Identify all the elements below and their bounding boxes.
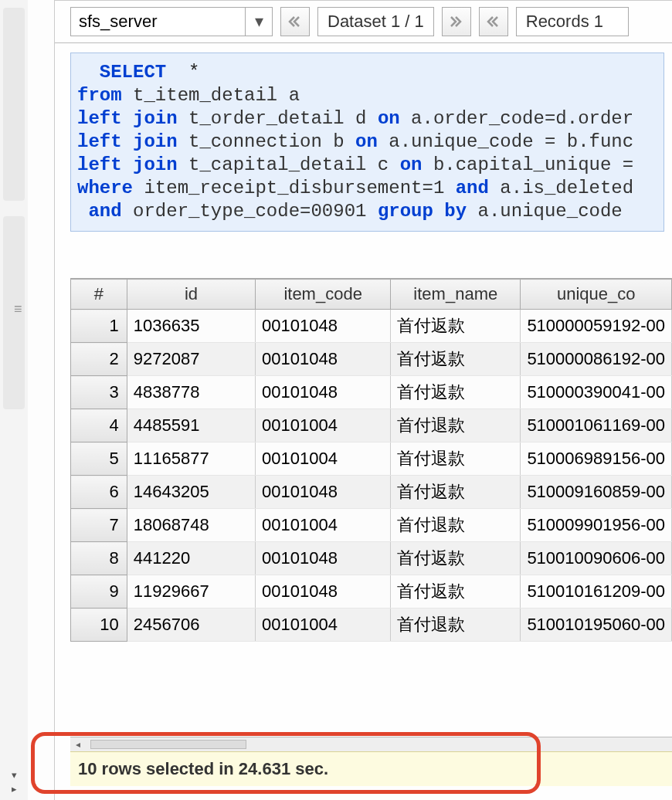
cell[interactable]: 510000390041-00 [521, 376, 672, 409]
cell[interactable]: 首付退款 [391, 509, 521, 542]
cell[interactable]: 00101048 [256, 542, 391, 575]
table-row[interactable]: 91192966700101048首付返款510010161209-00 [71, 575, 672, 608]
row-number: 8 [71, 542, 127, 575]
left-gutter: ≡ [0, 0, 29, 800]
table-row[interactable]: 1103663500101048首付返款510000059192-00 [71, 310, 672, 343]
cell[interactable]: 2456706 [127, 608, 255, 642]
column-header[interactable]: # [71, 280, 127, 310]
cell[interactable]: 4838778 [127, 376, 255, 409]
status-text: 10 rows selected in 24.631 sec. [78, 759, 328, 779]
column-header[interactable]: unique_co [521, 280, 672, 310]
row-number: 10 [71, 608, 127, 642]
cell[interactable]: 00101048 [256, 376, 391, 409]
cell[interactable]: 510001061169-00 [521, 409, 672, 442]
cell[interactable]: 18068748 [127, 509, 255, 542]
cell[interactable]: 510000059192-00 [521, 310, 672, 343]
cell[interactable]: 1036635 [127, 310, 255, 343]
cell[interactable]: 510010161209-00 [521, 575, 672, 608]
column-header[interactable]: item_code [256, 280, 391, 310]
records-first-button[interactable] [479, 7, 508, 36]
row-number: 5 [71, 442, 127, 476]
dataset-indicator: Dataset 1 / 1 [317, 7, 434, 36]
cell[interactable]: 00101004 [256, 409, 391, 442]
chevron-down-icon: ▾ [245, 8, 272, 36]
table-row[interactable]: 10245670600101004首付退款510010195060-00 [71, 608, 672, 642]
row-number: 2 [71, 343, 127, 376]
table-row[interactable]: 51116587700101004首付退款510006989156-00 [71, 442, 672, 476]
results-table-wrap: #iditem_codeitem_nameunique_co 110366350… [70, 278, 672, 642]
cell[interactable]: 首付返款 [391, 542, 521, 575]
cell[interactable]: 首付返款 [391, 476, 521, 509]
cell[interactable]: 510009901956-00 [521, 509, 672, 542]
cell[interactable]: 00101004 [256, 442, 391, 476]
row-number: 9 [71, 575, 127, 608]
row-number: 3 [71, 376, 127, 409]
cell[interactable]: 首付返款 [391, 343, 521, 376]
cell[interactable]: 510006989156-00 [521, 442, 672, 476]
cell[interactable]: 510009160859-00 [521, 476, 672, 509]
cell[interactable]: 4485591 [127, 409, 255, 442]
cell[interactable]: 00101048 [256, 310, 391, 343]
cell[interactable]: 首付返款 [391, 575, 521, 608]
connection-dropdown[interactable]: sfs_server ▾ [70, 7, 273, 36]
table-row[interactable]: 4448559100101004首付退款510001061169-00 [71, 409, 672, 442]
cell[interactable]: 00101004 [256, 509, 391, 542]
cell[interactable]: 首付返款 [391, 376, 521, 409]
table-row[interactable]: 3483877800101048首付返款510000390041-00 [71, 376, 672, 409]
left-gutter-2 [28, 0, 55, 800]
cell[interactable]: 441220 [127, 542, 255, 575]
connection-name: sfs_server [71, 12, 245, 32]
column-header[interactable]: item_name [391, 280, 521, 310]
gutter-handle-icon[interactable]: ≡ [14, 301, 22, 317]
cell[interactable]: 首付退款 [391, 442, 521, 476]
row-number: 6 [71, 476, 127, 509]
row-number: 4 [71, 409, 127, 442]
cell[interactable]: 首付返款 [391, 310, 521, 343]
status-bar: 10 rows selected in 24.631 sec. [70, 751, 672, 786]
column-header[interactable]: id [127, 280, 255, 310]
results-table[interactable]: #iditem_codeitem_nameunique_co 110366350… [70, 279, 672, 642]
cell[interactable]: 11929667 [127, 575, 255, 608]
row-number: 7 [71, 509, 127, 542]
cell[interactable]: 510010090606-00 [521, 542, 672, 575]
collapse-arrows[interactable]: ▾ ▸ [0, 768, 28, 795]
dataset-first-button[interactable] [280, 7, 310, 36]
records-indicator: Records 1 [516, 7, 629, 36]
cell[interactable]: 00101048 [256, 343, 391, 376]
scroll-track[interactable] [90, 740, 246, 749]
table-row[interactable]: 844122000101048首付返款510010090606-00 [71, 542, 672, 575]
cell[interactable]: 00101048 [256, 575, 391, 608]
cell[interactable]: 11165877 [127, 442, 255, 476]
row-number: 1 [71, 310, 127, 343]
toolbar: sfs_server ▾ Dataset 1 / 1 Records 1 [55, 0, 672, 43]
cell[interactable]: 首付退款 [391, 409, 521, 442]
cell[interactable]: 510010195060-00 [521, 608, 672, 642]
horizontal-scrollbar[interactable]: ◂ [70, 737, 672, 752]
table-row[interactable]: 71806874800101004首付退款510009901956-00 [71, 509, 672, 542]
cell[interactable]: 14643205 [127, 476, 255, 509]
table-row[interactable]: 61464320500101048首付返款510009160859-00 [71, 476, 672, 509]
cell[interactable]: 9272087 [127, 343, 255, 376]
sql-editor[interactable]: SELECT * from t_item_detail a left join … [70, 53, 664, 232]
table-row[interactable]: 2927208700101048首付返款510000086192-00 [71, 343, 672, 376]
scroll-left-icon[interactable]: ◂ [70, 738, 86, 751]
cell[interactable]: 00101004 [256, 608, 391, 642]
cell[interactable]: 00101048 [256, 476, 391, 509]
cell[interactable]: 510000086192-00 [521, 343, 672, 376]
cell[interactable]: 首付退款 [391, 608, 521, 642]
dataset-last-button[interactable] [442, 7, 471, 36]
